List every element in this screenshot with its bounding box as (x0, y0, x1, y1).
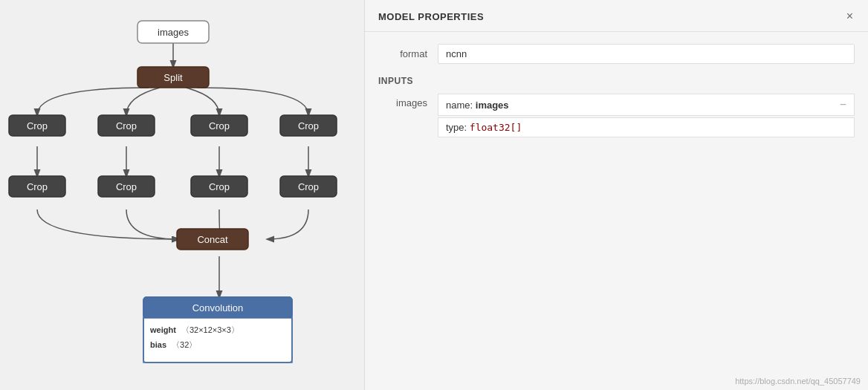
close-button[interactable]: × (845, 10, 855, 22)
format-value: ncnn (438, 44, 855, 64)
images-minus-button[interactable]: − (840, 98, 846, 111)
images-type-value: type: float32[] (446, 122, 522, 133)
svg-text:bias
        〈32〉: bias 〈32〉 (150, 340, 197, 349)
node-images[interactable]: images (137, 21, 209, 43)
inputs-section: INPUTS images name: images − (378, 76, 855, 139)
properties-title: MODEL PROPERTIES (378, 11, 484, 22)
node-concat[interactable]: Concat (177, 229, 248, 250)
graph-panel: images Split Crop Crop Crop Crop Crop (0, 0, 364, 390)
inputs-section-header: INPUTS (378, 76, 855, 86)
node-crop-r2-1[interactable]: Crop (9, 176, 65, 197)
watermark: https://blog.csdn.net/qq_45057749 (735, 377, 861, 386)
node-crop-r1-4[interactable]: Crop (280, 115, 337, 136)
node-crop-r1-1[interactable]: Crop (9, 115, 65, 136)
svg-text:weight
        〈32×12×3×3〉: weight 〈32×12×3×3〉 (149, 325, 239, 334)
images-name-value: name: images (446, 100, 509, 111)
svg-text:Crop: Crop (209, 181, 230, 192)
svg-text:Crop: Crop (298, 181, 319, 192)
node-crop-r1-2[interactable]: Crop (98, 115, 155, 136)
svg-text:images: images (158, 27, 189, 38)
images-type-code: float32[] (470, 122, 522, 133)
images-input-row: images name: images − type: f (378, 94, 855, 139)
svg-text:Crop: Crop (116, 181, 137, 192)
svg-text:Crop: Crop (27, 181, 48, 192)
properties-header: MODEL PROPERTIES × (365, 0, 868, 32)
node-convolution-detail: weight 〈32×12×3×3〉 bias 〈32〉 (143, 318, 292, 363)
images-type-row: type: float32[] (438, 117, 855, 137)
format-label: format (378, 48, 438, 59)
svg-text:Crop: Crop (27, 120, 48, 131)
svg-text:Convolution: Convolution (192, 302, 244, 313)
properties-body: format ncnn INPUTS images name: images − (365, 32, 868, 154)
svg-text:Concat: Concat (197, 234, 228, 245)
images-name-strong: images (476, 100, 509, 111)
svg-text:Split: Split (163, 72, 183, 83)
format-row: format ncnn (378, 44, 855, 64)
graph-svg: images Split Crop Crop Crop Crop Crop (0, 0, 364, 390)
node-crop-r1-3[interactable]: Crop (191, 115, 247, 136)
svg-text:Crop: Crop (298, 120, 319, 131)
svg-text:Crop: Crop (116, 120, 137, 131)
images-input-details: name: images − type: float32[] (438, 94, 855, 139)
images-input-label: images (378, 94, 438, 108)
node-crop-r2-3[interactable]: Crop (191, 176, 247, 197)
images-name-row: name: images − (438, 94, 855, 116)
properties-panel: MODEL PROPERTIES × format ncnn INPUTS im… (364, 0, 868, 390)
svg-text:Crop: Crop (209, 120, 230, 131)
node-crop-r2-2[interactable]: Crop (98, 176, 155, 197)
node-split[interactable]: Split (137, 67, 209, 88)
node-convolution-header[interactable]: Convolution (143, 297, 292, 318)
node-crop-r2-4[interactable]: Crop (280, 176, 337, 197)
